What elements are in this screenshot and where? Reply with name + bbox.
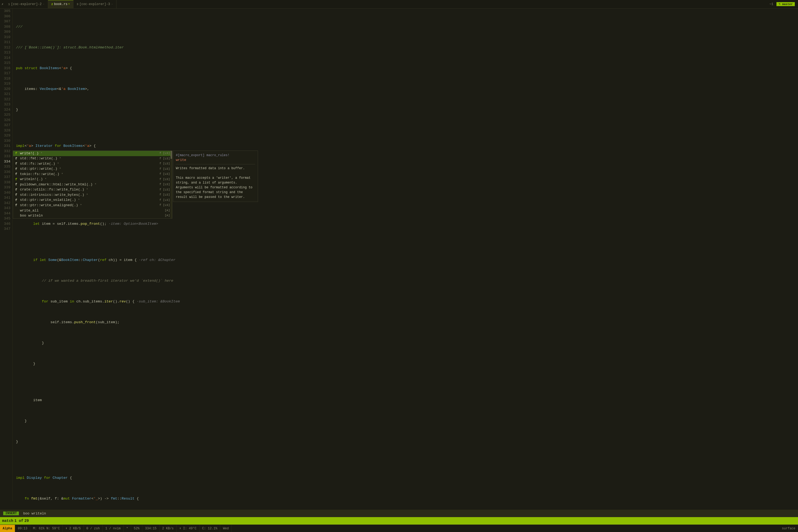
- match-label: match: [2, 519, 13, 523]
- ln-332: 332: [0, 149, 11, 154]
- doc-body: Writes formatted data into a buffer. Thi…: [176, 166, 255, 200]
- completion-kind-9: f [LS]: [159, 198, 170, 203]
- code-line-317: if let Some(&BookItem::Chapter(ref ch)) …: [16, 258, 798, 263]
- code-line-319: for sub_item in ch.sub_items.iter().rev(…: [16, 299, 798, 304]
- completion-item-7[interactable]: f crate::utils::fs::write_file(…) ⁰ f [L…: [13, 187, 172, 193]
- completion-kind-0: f [LS]: [159, 151, 170, 156]
- code-line-309: }: [16, 107, 798, 113]
- code-line-324: item: [16, 398, 798, 403]
- ln-306: 306: [0, 14, 11, 19]
- completion-label-8: std::intrinsics::write_bytes(…) ⁰: [20, 192, 157, 198]
- status-bar: Alpha 09:13 M: 61% N: 59°C ⬆ 2 KB/S 0 / …: [0, 525, 798, 532]
- ln-315: 315: [0, 60, 11, 66]
- completion-icon-7: f: [15, 187, 18, 193]
- doc-popup: #[macro_export] macro_rules! write Write…: [173, 151, 258, 202]
- tab-right: ~1 ⌥ master: [766, 2, 798, 6]
- status-day: Wed: [220, 525, 232, 532]
- completion-icon-3: f: [15, 167, 18, 172]
- ln-323: 323: [0, 102, 11, 107]
- completion-kind-1: f [LS]: [159, 156, 170, 162]
- code-line-329: fn fmt(&self, f: &mut Formatter<'_>) -> …: [16, 496, 798, 501]
- tab-2[interactable]: 2 book.rs +: [48, 0, 73, 8]
- completion-icon-10: f: [15, 203, 18, 208]
- completion-label-12: boo writeln: [20, 213, 163, 218]
- completion-kind-8: f [LS]: [159, 192, 170, 198]
- ln-347: 347: [0, 226, 11, 232]
- completion-icon-1: f: [15, 156, 18, 162]
- code-line-306: /// [`Book::item()`]: struct.Book.html#m…: [16, 45, 798, 50]
- completion-icon-8: f: [15, 192, 18, 198]
- code-line-307: pub struct BookItems<'a> {: [16, 66, 798, 71]
- doc-title: #[macro_export] macro_rules! write: [176, 153, 255, 163]
- completion-item-9[interactable]: f std::ptr::write_volatile(…) ⁰ f [LS]: [13, 198, 172, 203]
- ln-317: 317: [0, 71, 11, 76]
- completion-kind-3: f [LS]: [159, 167, 170, 172]
- ln-335: 335: [0, 164, 11, 169]
- ln-316: 316: [0, 66, 11, 71]
- tab-1-label: [coc-explorer]-2: [11, 2, 41, 6]
- status-memory: M: 61% N: 59°C: [30, 525, 63, 532]
- ln-330: 330: [0, 138, 11, 144]
- code-line-305: ///: [16, 24, 798, 30]
- ln-319: 319: [0, 81, 11, 87]
- vim-count: ~1: [770, 2, 773, 6]
- tab-3-sep: -: [111, 2, 113, 6]
- ln-312: 312: [0, 45, 11, 50]
- code-area: 305 306 307 308 309 310 311 312 313 314 …: [0, 8, 798, 501]
- completion-item-8[interactable]: f std::intrinsics::write_bytes(…) ⁰ f [L…: [13, 192, 172, 198]
- completion-item-11[interactable]: write_all [A]: [13, 208, 172, 213]
- completion-item-10[interactable]: f std::ptr::write_unaligned(…) ⁰ f [LS]: [13, 203, 172, 208]
- completion-item-5[interactable]: f writeln!(…) ⁰ f [LS]: [13, 177, 172, 182]
- ln-337: 337: [0, 174, 11, 180]
- completion-item-3[interactable]: f std::ptr::write(…) ⁰ f [LS]: [13, 167, 172, 172]
- ln-341: 341: [0, 195, 11, 201]
- command-text: boo writeln: [23, 512, 46, 515]
- completion-label-6: pulldown_cmark::html::write_html(…) ⁰: [20, 182, 157, 188]
- completion-kind-11: [A]: [165, 208, 170, 213]
- match-of: 1 of: [14, 519, 23, 523]
- tab-2-modified: +: [68, 2, 70, 6]
- completion-scrollbar[interactable]: [171, 151, 172, 218]
- completion-scrollbar-thumb: [171, 151, 172, 159]
- completion-item-0[interactable]: f write!(…) ⁰ f [LS]: [13, 151, 172, 156]
- completion-label-2: std::fs::write(…) ⁰: [20, 161, 157, 167]
- completion-item-12[interactable]: boo writeln [A]: [13, 213, 172, 218]
- insert-mode-badge: INSERT: [3, 512, 19, 515]
- doc-macro-attr: #[macro_export] macro_rules!: [176, 153, 230, 157]
- status-kb: 2 KB/s: [159, 525, 177, 532]
- ln-338: 338: [0, 180, 11, 185]
- ln-326: 326: [0, 118, 11, 123]
- completion-kind-10: f [LS]: [159, 203, 170, 208]
- completion-icon-2: f: [15, 161, 18, 167]
- completion-kind-4: f [LS]: [159, 172, 170, 177]
- ln-346: 346: [0, 221, 11, 227]
- completion-kind-5: f [LS]: [159, 177, 170, 182]
- tab-3-label: [coc-explorer]-3: [79, 2, 110, 6]
- completion-item-6[interactable]: f pulldown_cmark::html::write_html(…) ⁰ …: [13, 182, 172, 187]
- status-temp-c: C: 12.1%: [200, 525, 221, 532]
- doc-name: write: [176, 158, 186, 162]
- code-line-322: }: [16, 361, 798, 366]
- code-line-325: }: [16, 418, 798, 424]
- doc-divider: [176, 164, 255, 165]
- ln-320: 320: [0, 87, 11, 92]
- completion-item-2[interactable]: f std::fs::write(…) ⁰ f [LS]: [13, 161, 172, 167]
- ln-345: 345: [0, 216, 11, 221]
- git-branch: ⌥ master: [776, 2, 795, 6]
- code-line-320: self.items.push_front(sub_item);: [16, 320, 798, 325]
- ln-305: 305: [0, 8, 11, 14]
- completion-item-1[interactable]: f std::fmt::write(…) ⁰ f [LS]: [13, 156, 172, 162]
- tab-3[interactable]: 3 [coc-explorer]-3 -: [73, 0, 116, 8]
- status-path-num: 0 / zsh: [84, 525, 103, 532]
- tab-1[interactable]: 1 [coc-explorer]-2 -: [5, 0, 48, 8]
- completion-label-11: write_all: [20, 208, 163, 213]
- completion-icon-0: f: [15, 151, 18, 156]
- completion-item-4[interactable]: f tokio::fs::write(…) ⁰ f [LS]: [13, 172, 172, 177]
- match-bar: match 1 of 29: [0, 517, 798, 525]
- status-scroll: 52%: [131, 525, 142, 532]
- ln-333: 333: [0, 154, 11, 159]
- completion-label-1: std::fmt::write(…) ⁰: [20, 156, 157, 162]
- ln-325: 325: [0, 112, 11, 118]
- ln-339: 339: [0, 185, 11, 190]
- ln-310: 310: [0, 35, 11, 40]
